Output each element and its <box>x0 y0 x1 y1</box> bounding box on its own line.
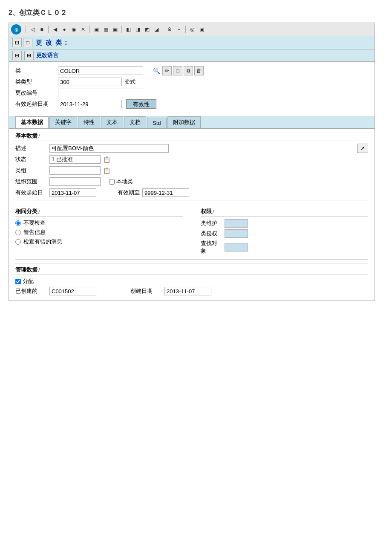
distribute-checkbox[interactable] <box>15 279 21 284</box>
local-class-checkbox[interactable] <box>109 179 115 185</box>
same-class-col: 相同分类 不要检查 警告信息 检查有错的消息 <box>15 208 192 257</box>
print-icon[interactable]: ▣ <box>92 25 101 34</box>
nav3-icon[interactable]: ◩ <box>143 25 151 34</box>
maintain-input[interactable] <box>225 219 248 228</box>
find-icon[interactable]: ▦ <box>101 25 110 34</box>
class-label: 类 <box>15 67 58 75</box>
nav4-icon[interactable]: ◪ <box>152 25 161 34</box>
rights-find-row: 查找对象 <box>201 240 369 255</box>
nav2-icon[interactable]: ◨ <box>133 25 142 34</box>
class-type-name: 变式 <box>124 78 135 86</box>
tab-additional[interactable]: 附加数据 <box>167 116 201 128</box>
valid-to-input[interactable] <box>142 188 189 197</box>
rights-header: 权限 <box>201 208 369 217</box>
class-icons: 🔍 ✏ □ ⧉ 🗑 <box>152 66 204 75</box>
status-icon[interactable]: 📋 <box>103 156 110 163</box>
content-area: 基本数据 描述 ↗ 状态 📋 类组 📋 组织范围 本地类 <box>9 129 375 301</box>
action-icon2[interactable]: □ <box>23 38 32 47</box>
auth-input[interactable] <box>225 229 248 238</box>
sep6 <box>185 26 186 33</box>
action-icon1[interactable]: ⊡ <box>12 38 22 47</box>
class-type-label: 类类型 <box>15 78 58 86</box>
radio-error[interactable] <box>15 239 21 245</box>
save-icon[interactable]: ■ <box>37 25 46 34</box>
sub-icon2[interactable]: ⊞ <box>24 51 34 60</box>
class-group-icon[interactable]: 📋 <box>103 167 110 174</box>
help-icon[interactable]: ◎ <box>188 25 196 34</box>
rights-auth-row: 类授权 <box>201 229 369 238</box>
basic-data-section-header: 基本数据 <box>15 132 368 141</box>
tab-document[interactable]: 文档 <box>124 116 146 128</box>
prev-icon[interactable]: ◀ <box>51 25 59 34</box>
form-area: 类 🔍 ✏ □ ⧉ 🗑 类类型 变式 更改编号 有效起始日期 有效性 <box>9 62 375 113</box>
find-input[interactable] <box>225 243 248 251</box>
status-label: 状态 <box>15 156 49 163</box>
created-row: 已创建的 创建日期 <box>15 287 368 295</box>
class-type-code-input[interactable] <box>58 78 122 86</box>
radio-no-check[interactable] <box>15 220 21 226</box>
tab-keyword[interactable]: 关键字 <box>49 116 77 128</box>
back-icon[interactable]: ◁ <box>28 25 37 34</box>
translate-icon[interactable]: ↗ <box>357 144 368 153</box>
maintain-label: 类维护 <box>201 220 222 227</box>
change-num-label: 更改编号 <box>15 89 58 97</box>
local-class-label: 本地类 <box>116 178 133 185</box>
nav1-icon[interactable]: ◧ <box>124 25 133 34</box>
rights-maintain-row: 类维护 <box>201 219 369 228</box>
find-label: 查找对象 <box>201 240 222 255</box>
status-row: 状态 📋 <box>15 155 368 164</box>
grid-icon[interactable]: ※ <box>165 25 174 34</box>
sub-toolbar-label: 更改语言 <box>36 52 58 59</box>
created-by-input[interactable] <box>49 287 96 295</box>
class-group-input[interactable] <box>49 166 101 175</box>
valid-from2-input[interactable] <box>49 188 96 197</box>
tab-std[interactable]: Std <box>147 118 167 128</box>
valid-from2-label: 有效起始日 <box>15 189 49 197</box>
tab-basic-data[interactable]: 基本数据 <box>15 116 49 128</box>
circle-icon[interactable]: ◉ <box>69 25 78 34</box>
created-date-input[interactable] <box>164 287 211 295</box>
copy-icon[interactable]: ⧉ <box>184 66 193 75</box>
auth-label: 类授权 <box>201 230 222 237</box>
refresh-icon[interactable]: ● <box>60 25 69 34</box>
status-input[interactable] <box>49 155 101 164</box>
radio-row3: 检查有错的消息 <box>15 238 183 246</box>
class-input[interactable] <box>58 66 143 75</box>
sep3 <box>89 26 90 33</box>
local-class-area: 本地类 <box>109 178 133 185</box>
sap-window: ◎ ◁ ■ ◀ ● ◉ ✕ ▣ ▦ ▣ ◧ ◨ ◩ ◪ ※ ▪ ◎ ▣ ⊡ □ … <box>9 23 375 301</box>
desc-input[interactable] <box>49 144 169 153</box>
valid-from-row: 有效起始日期 有效性 <box>15 99 368 109</box>
same-class-header: 相同分类 <box>15 208 183 217</box>
find2-icon[interactable]: ▣ <box>111 25 119 34</box>
class-group-label: 类组 <box>15 167 49 174</box>
distribute-label: 分配 <box>23 278 34 285</box>
validity-button[interactable]: 有效性 <box>126 99 156 109</box>
valid-from-label: 有效起始日期 <box>15 100 58 108</box>
radio-row2: 警告信息 <box>15 228 183 236</box>
tab-characteristics[interactable]: 特性 <box>78 116 100 128</box>
tab-text[interactable]: 文本 <box>101 116 123 128</box>
radio-warning[interactable] <box>15 230 21 235</box>
sub-icon1[interactable]: ⊟ <box>12 51 22 60</box>
search-icon[interactable]: 🔍 <box>152 66 161 75</box>
section-sep1 <box>15 200 368 200</box>
tabs-bar: 基本数据 关键字 特性 文本 文档 Std 附加数据 <box>9 116 375 129</box>
cancel-icon[interactable]: ✕ <box>79 25 87 34</box>
sep2 <box>48 26 49 33</box>
page-title: 2、创立类ＣＬ０２ <box>9 9 383 17</box>
square-icon[interactable]: ▪ <box>175 25 183 34</box>
monitor-icon[interactable]: ▣ <box>197 25 206 34</box>
delete-icon[interactable]: 🗑 <box>194 66 204 75</box>
radio-label1: 不要检查 <box>23 219 46 227</box>
class-type-row: 类类型 变式 <box>15 77 368 87</box>
main-toolbar: ◎ ◁ ■ ◀ ● ◉ ✕ ▣ ▦ ▣ ◧ ◨ ◩ ◪ ※ ▪ ◎ ▣ <box>9 23 375 36</box>
radio-label3: 检查有错的消息 <box>23 238 62 246</box>
valid-from-input[interactable] <box>58 100 122 108</box>
change-num-input[interactable] <box>58 89 143 97</box>
blank-icon1[interactable]: □ <box>173 66 182 75</box>
org-range-input[interactable] <box>49 177 101 186</box>
edit-icon[interactable]: ✏ <box>162 66 172 75</box>
created-by-label: 已创建的 <box>15 287 49 295</box>
sep4 <box>121 26 122 33</box>
